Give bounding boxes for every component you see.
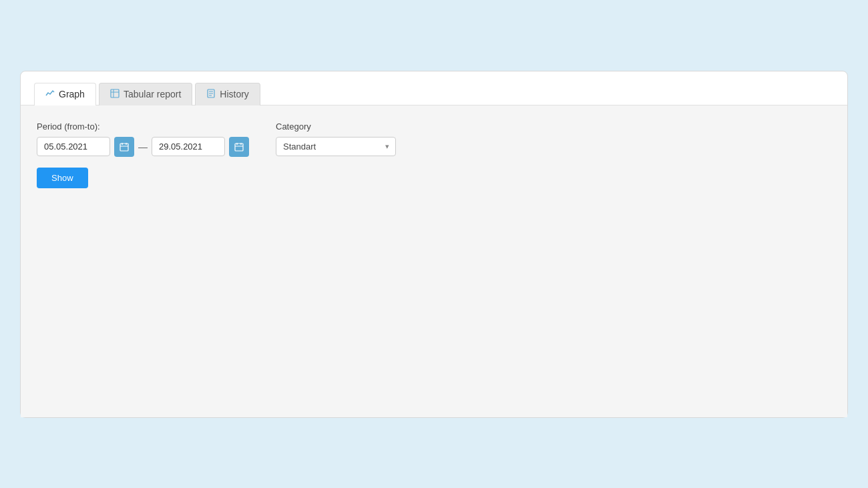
period-field-group: Period (from-to): — xyxy=(37,121,249,157)
tab-history[interactable]: History xyxy=(195,83,260,105)
tab-history-label: History xyxy=(220,89,249,99)
show-button[interactable]: Show xyxy=(37,168,88,188)
calendar-to-button[interactable] xyxy=(229,137,249,157)
tab-tabular[interactable]: Tabular report xyxy=(99,83,192,105)
table-icon xyxy=(110,89,120,100)
tab-graph[interactable]: Graph xyxy=(34,83,96,105)
svg-rect-7 xyxy=(120,144,128,151)
date-to-input[interactable] xyxy=(152,137,225,156)
main-card: Graph Tabular report Histor xyxy=(20,71,848,418)
tabs-bar: Graph Tabular report Histor xyxy=(21,71,847,105)
period-label: Period (from-to): xyxy=(37,121,249,132)
calendar-from-button[interactable] xyxy=(114,137,134,157)
history-icon xyxy=(206,89,216,100)
svg-rect-0 xyxy=(111,89,119,97)
category-field-group: Category Standart Premium Basic ▾ xyxy=(276,121,396,156)
category-select[interactable]: Standart Premium Basic xyxy=(276,137,396,156)
content-area: Period (from-to): — xyxy=(21,105,847,417)
calendar-from-icon xyxy=(120,142,129,152)
calendar-to-icon xyxy=(234,142,244,152)
category-label: Category xyxy=(276,121,396,132)
tab-tabular-label: Tabular report xyxy=(124,89,181,99)
svg-rect-11 xyxy=(235,144,243,151)
tab-graph-label: Graph xyxy=(59,89,85,99)
date-row: — xyxy=(37,137,249,157)
chart-line-icon xyxy=(45,89,55,100)
date-separator: — xyxy=(138,142,148,152)
category-select-wrapper: Standart Premium Basic ▾ xyxy=(276,137,396,156)
form-row: Period (from-to): — xyxy=(37,121,831,157)
date-from-input[interactable] xyxy=(37,137,110,156)
